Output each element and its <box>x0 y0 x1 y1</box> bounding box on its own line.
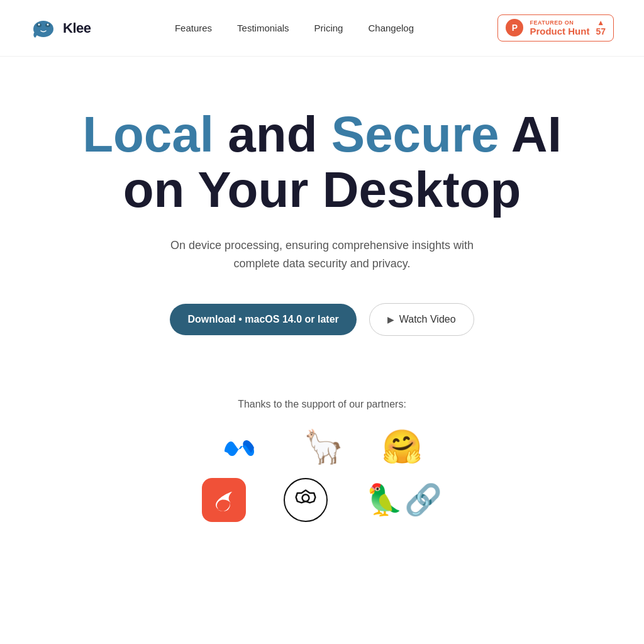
hero-section: Local and Secure AI on Your Desktop On d… <box>0 57 644 374</box>
meta-svg-icon <box>221 434 265 459</box>
hero-title-secure: Secure <box>331 106 499 162</box>
openai-logo <box>284 478 328 522</box>
hero-title: Local and Secure AI on Your Desktop <box>64 107 580 218</box>
hero-title-local: Local <box>82 106 214 162</box>
swift-svg-icon <box>210 486 238 514</box>
partners-grid: 🦙 🤗 <box>202 430 442 522</box>
svg-point-3 <box>38 23 40 25</box>
svg-point-5 <box>303 494 309 501</box>
huggingface-logo: 🤗 <box>382 430 423 463</box>
parrot-link-logo: 🦜🔗 <box>365 485 442 515</box>
partners-row-2: 🦜🔗 <box>202 478 442 522</box>
product-hunt-name: Product Hunt <box>530 26 589 36</box>
ollama-logo: 🦙 <box>303 430 344 463</box>
logo-area[interactable]: Klee <box>30 15 91 42</box>
watch-video-button[interactable]: ▶ Watch Video <box>369 303 474 336</box>
logo-text: Klee <box>63 20 91 36</box>
partners-title: Thanks to the support of our partners: <box>238 399 406 410</box>
product-hunt-logo: P <box>506 19 523 36</box>
nav-changelog[interactable]: Changelog <box>368 23 414 33</box>
nav-pricing[interactable]: Pricing <box>314 23 343 33</box>
main-nav: Features Testimonials Pricing Changelog <box>175 23 414 33</box>
partners-row-1: 🦙 🤗 <box>221 430 423 463</box>
header: Klee Features Testimonials Pricing Chang… <box>0 0 644 57</box>
product-hunt-text: FEATURED ON Product Hunt <box>530 19 589 36</box>
hero-title-and: and <box>214 106 331 162</box>
download-button[interactable]: Download • macOS 14.0 or later <box>170 304 356 335</box>
product-hunt-badge[interactable]: P FEATURED ON Product Hunt ▲ 57 <box>497 14 614 42</box>
watch-video-label: Watch Video <box>399 314 456 325</box>
openai-svg-icon <box>292 486 319 514</box>
svg-point-4 <box>47 23 49 25</box>
parrot-emoji: 🦜 <box>365 485 403 515</box>
hero-subtitle: On device processing, ensuring comprehen… <box>146 236 498 273</box>
link-emoji: 🔗 <box>404 485 442 515</box>
nav-testimonials[interactable]: Testimonials <box>237 23 289 33</box>
product-hunt-featured-label: FEATURED ON <box>530 19 589 26</box>
swift-logo <box>202 478 246 522</box>
partners-section: Thanks to the support of our partners: 🦙… <box>0 374 644 560</box>
klee-logo-icon <box>30 15 57 42</box>
meta-logo <box>221 434 265 459</box>
cta-buttons: Download • macOS 14.0 or later ▶ Watch V… <box>170 303 474 336</box>
vote-count: 57 <box>596 26 606 37</box>
upvote-arrow-icon: ▲ <box>597 19 604 26</box>
nav-features[interactable]: Features <box>175 23 212 33</box>
play-icon: ▶ <box>387 314 394 325</box>
product-hunt-votes: ▲ 57 <box>596 19 606 37</box>
